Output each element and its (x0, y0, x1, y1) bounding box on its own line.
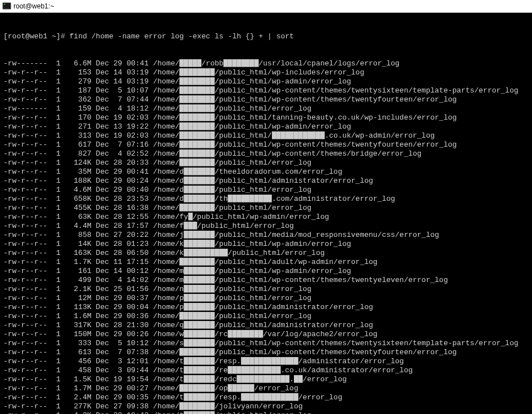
ls-row: -rw-r--r-- 1 362 Dec 7 07:44 /home/█████… (3, 95, 529, 104)
ls-row: -rw-r--r-- 1 12M Dec 29 00:37 /home/p███… (3, 294, 529, 303)
ls-row: -rw-r--r-- 1 455K Dec 28 16:38 /home/███… (3, 204, 529, 213)
ls-row: -rw-r--r-- 1 858 Dec 27 20:22 /home/j███… (3, 231, 529, 240)
ls-row: -rw-r--r-- 1 1.7K Dec 11 17:15 /home/███… (3, 258, 529, 267)
ls-row: -rw-r--r-- 1 1.5K Dec 19 19:54 /home/t██… (3, 375, 529, 384)
ls-row: -rw-r--r-- 1 63K Dec 28 12:55 /home/fy█/… (3, 213, 529, 222)
ls-row: -rw-r--r-- 1 271 Dec 13 19:22 /home/████… (3, 122, 529, 131)
ls-row: -rw-r--r-- 1 333 Dec 5 10:12 /home/s████… (3, 339, 529, 348)
putty-icon (2, 2, 11, 11)
ls-row: -rw-r--r-- 1 150M Dec 29 00:26 /home/w██… (3, 330, 529, 339)
ls-row: -rw-r--r-- 1 4.3K Dec 28 10:42 /home/t██… (3, 411, 529, 414)
ls-row: -rw-r--r-- 1 317K Dec 28 21:30 /home/q██… (3, 321, 529, 330)
ls-row: -rw-r--r-- 1 4.4M Dec 28 17:57 /home/f██… (3, 222, 529, 231)
ls-row: -rw-r--r-- 1 2.1K Dec 25 01:56 /home/n██… (3, 285, 529, 294)
ls-row: -rw-r--r-- 1 827 Dec 4 02:52 /home/█████… (3, 149, 529, 158)
svg-rect-3 (5, 9, 9, 10)
ls-row: -rw------- 1 6.6M Dec 29 00:41 /home/███… (3, 59, 529, 68)
ls-row: -rw-r--r-- 1 658K Dec 28 23:53 /home/d██… (3, 195, 529, 204)
ls-row: -rw-r--r-- 1 613 Dec 7 07:38 /home/█████… (3, 348, 529, 357)
ls-row: -rw-r--r-- 1 4.6M Dec 29 00:40 /home/d██… (3, 186, 529, 195)
ls-row: -rw-r--r-- 1 617 Dec 7 07:16 /home/█████… (3, 140, 529, 149)
ls-row: -rw-r--r-- 1 14K Dec 28 01:23 /home/k███… (3, 240, 529, 249)
ls-row: -rw-r--r-- 1 1.6M Dec 29 00:36 /home/███… (3, 312, 529, 321)
ls-row: -rw-r--r-- 1 35M Dec 29 00:41 /home/d███… (3, 168, 529, 177)
ls-row: -rw-r--r-- 1 277K Dec 27 09:38 /home/███… (3, 402, 529, 411)
prompt: [root@web1 ~]# (3, 32, 69, 41)
terminal-output[interactable]: [root@web1 ~]# find /home -name error lo… (0, 13, 532, 414)
ls-row: -rw-r--r-- 1 499 Dec 4 14:02 /home/m████… (3, 276, 529, 285)
ls-row: -rw-r--r-- 1 1.7M Dec 29 00:27 /home/███… (3, 384, 529, 393)
ls-row: -rw-r--r-- 1 313 Dec 19 02:03 /home/████… (3, 131, 529, 140)
command-text: find /home -name error log -exec ls -lh … (69, 32, 294, 41)
ls-row: -rw-r--r-- 1 163K Dec 28 06:50 /home/k██… (3, 249, 529, 258)
ls-row: -rw-r--r-- 1 2.4M Dec 29 00:35 /home/t██… (3, 393, 529, 402)
ls-row: -rw-r--r-- 1 188K Dec 29 00:24 /home/d██… (3, 177, 529, 186)
ls-row: -rw-r--r-- 1 113K Dec 29 00:04 /home/p██… (3, 303, 529, 312)
ls-row: -rw-r--r-- 1 279 Dec 14 03:19 /home/████… (3, 77, 529, 86)
window-titlebar[interactable]: root@web1:~ (0, 0, 532, 13)
window-title: root@web1:~ (14, 0, 54, 12)
ls-row: -rw-r--r-- 1 456 Dec 3 12:01 /home/t████… (3, 357, 529, 366)
ls-row: -rw------- 1 159 Dec 4 18:12 /home/█████… (3, 104, 529, 113)
ls-row: -rw-r--r-- 1 153 Dec 14 03:19 /home/████… (3, 68, 529, 77)
ls-row: -rw-r--r-- 1 124K Dec 28 20:33 /home/███… (3, 158, 529, 168)
ls-row: -rw-r--r-- 1 458 Dec 3 09:44 /home/t████… (3, 366, 529, 375)
ls-row: -rw-r--r-- 1 161 Dec 14 00:12 /home/m███… (3, 267, 529, 276)
ls-row: -rw-r--r-- 1 170 Dec 19 02:03 /home/████… (3, 113, 529, 122)
svg-rect-2 (4, 4, 5, 5)
prompt-line: [root@web1 ~]# find /home -name error lo… (3, 32, 529, 41)
ls-row: -rw-r--r-- 1 187 Dec 5 10:07 /home/█████… (3, 86, 529, 95)
